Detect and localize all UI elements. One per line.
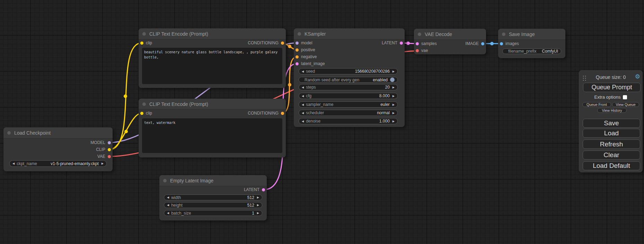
widget-steps[interactable]: ◀steps20▶ — [299, 84, 398, 90]
increment-arrow-icon[interactable]: ▶ — [392, 70, 395, 73]
widget-height[interactable]: ◀height512▶ — [164, 202, 262, 208]
increment-arrow-icon[interactable]: ▶ — [392, 111, 395, 115]
input-dot-conditioning[interactable] — [295, 48, 299, 52]
node-title-label: CLIP Text Encode (Prompt) — [149, 101, 208, 107]
decrement-arrow-icon[interactable]: ◀ — [167, 196, 169, 199]
node-title-bar[interactable]: CLIP Text Encode (Prompt) — [139, 99, 286, 110]
toggle-knob[interactable] — [390, 78, 395, 82]
increment-arrow-icon[interactable]: ▶ — [257, 204, 259, 207]
increment-arrow-icon[interactable]: ▶ — [392, 103, 395, 106]
conditioning-wire-positive-midpoint-dot[interactable] — [288, 45, 291, 48]
output-dot-model[interactable] — [108, 141, 111, 144]
view-history-button[interactable]: View History — [597, 108, 627, 113]
view-queue-button[interactable]: View Queue — [612, 102, 639, 107]
node-canvas[interactable]: Load CheckpointMODELCLIPVAE◀ckpt_namev1-… — [0, 0, 644, 244]
clip-wire-to-positive-prompt-midpoint-dot[interactable] — [124, 94, 127, 98]
node-clip-text-encode-negative[interactable]: CLIP Text Encode (Prompt)clipCONDITIONIN… — [139, 99, 286, 157]
settings-gear-icon[interactable]: ⚙ — [635, 73, 640, 80]
collapse-dot-icon[interactable] — [298, 32, 301, 36]
node-title-bar[interactable]: Save Image — [498, 29, 565, 40]
input-dot-model[interactable] — [295, 42, 299, 45]
increment-arrow-icon[interactable]: ▶ — [392, 94, 395, 98]
output-dot-conditioning[interactable] — [281, 112, 284, 115]
clip-wire-to-negative-prompt-midpoint-dot[interactable] — [124, 130, 128, 133]
widget-scheduler[interactable]: ◀schedulernormal▶ — [299, 110, 398, 116]
collapse-dot-icon[interactable] — [7, 131, 11, 135]
input-dot-latent[interactable] — [416, 42, 419, 45]
input-slot-model: model — [295, 40, 312, 46]
output-dot-vae[interactable] — [108, 155, 111, 158]
queue-prompt-button[interactable]: Queue Prompt — [583, 83, 641, 92]
decrement-arrow-icon[interactable]: ◀ — [167, 211, 169, 215]
node-title-bar[interactable]: Load Checkpoint — [3, 127, 113, 138]
decrement-arrow-icon[interactable]: ◀ — [302, 120, 304, 123]
input-dot-latent[interactable] — [295, 62, 299, 65]
widget-width[interactable]: ◀width512▶ — [164, 195, 262, 200]
node-title-bar[interactable]: Empty Latent Image — [159, 175, 267, 186]
decrement-arrow-icon[interactable]: ◀ — [302, 70, 304, 73]
prompt-textarea[interactable]: beautiful scenery nature glass bottle la… — [142, 48, 282, 84]
output-slot-VAE: VAE — [97, 154, 111, 159]
image-wire-midpoint-dot[interactable] — [490, 42, 494, 45]
output-slot-label: CLIP — [96, 147, 105, 152]
output-slot-LATENT: LATENT — [382, 40, 403, 46]
widget-ckpt_name[interactable]: ◀ckpt_namev1-5-pruned-emaonly.ckpt▶ — [9, 160, 107, 167]
widget-label: width — [171, 195, 181, 200]
widget-batch_size[interactable]: ◀batch_size1▶ — [164, 210, 262, 216]
widget-Random seed after every gen[interactable]: Random seed after every genenabled — [299, 77, 398, 83]
refresh-button[interactable]: Refresh — [583, 139, 640, 149]
output-slot-MODEL: MODEL — [90, 140, 111, 145]
collapse-dot-icon[interactable] — [502, 33, 505, 36]
node-ksampler[interactable]: KSamplermodelpositivenegativelatent_imag… — [294, 28, 405, 127]
node-title-label: Load Checkpoint — [14, 130, 51, 136]
widget-sampler_name[interactable]: ◀sampler_nameeuler▶ — [299, 101, 398, 108]
decrement-arrow-icon[interactable]: ◀ — [302, 86, 304, 89]
output-dot-clip[interactable] — [108, 148, 111, 151]
widget-cfg[interactable]: ◀cfg8.000▶ — [299, 93, 398, 99]
increment-arrow-icon[interactable]: ▶ — [392, 86, 395, 89]
input-dot-clip[interactable] — [140, 42, 143, 45]
load-default-button[interactable]: Load Default — [583, 161, 640, 170]
output-dot-conditioning[interactable] — [281, 42, 284, 45]
queue-front-button[interactable]: Queue Front — [582, 102, 611, 107]
input-dot-conditioning[interactable] — [295, 55, 299, 58]
collapse-dot-icon[interactable] — [142, 102, 146, 106]
extra-options-checkbox[interactable] — [623, 95, 627, 99]
node-title-bar[interactable]: VAE Decode — [414, 29, 486, 40]
increment-arrow-icon[interactable]: ▶ — [392, 120, 395, 123]
node-clip-text-encode-positive[interactable]: CLIP Text Encode (Prompt)clipCONDITIONIN… — [139, 28, 286, 88]
increment-arrow-icon[interactable]: ▶ — [257, 196, 259, 199]
clear-button[interactable]: Clear — [583, 151, 640, 160]
increment-arrow-icon[interactable]: ▶ — [257, 211, 259, 215]
widget-seed[interactable]: ◀seed156680208700286▶ — [299, 68, 398, 74]
collapse-dot-icon[interactable] — [418, 33, 421, 36]
decrement-arrow-icon[interactable]: ◀ — [167, 204, 169, 207]
input-dot-vae[interactable] — [416, 49, 419, 52]
node-load-checkpoint[interactable]: Load CheckpointMODELCLIPVAE◀ckpt_namev1-… — [3, 127, 113, 171]
widget-denoise[interactable]: ◀denoise1.000▶ — [299, 118, 398, 124]
node-save-image[interactable]: Save Imageimagesfilename_prefixComfyUI — [498, 29, 565, 58]
latent-wire-to-samples-midpoint-dot[interactable] — [406, 42, 410, 45]
input-slot-label: negative — [301, 54, 317, 59]
widget-filename_prefix[interactable]: filename_prefixComfyUI — [502, 48, 561, 54]
save-button[interactable]: Save — [583, 119, 640, 128]
input-dot-clip[interactable] — [140, 112, 143, 115]
node-title-bar[interactable]: CLIP Text Encode (Prompt) — [139, 28, 286, 39]
decrement-arrow-icon[interactable]: ◀ — [12, 162, 15, 165]
output-dot-latent[interactable] — [400, 42, 403, 45]
decrement-arrow-icon[interactable]: ◀ — [302, 103, 304, 106]
increment-arrow-icon[interactable]: ▶ — [102, 162, 104, 165]
node-title-bar[interactable]: KSampler — [294, 28, 405, 39]
collapse-dot-icon[interactable] — [142, 32, 146, 36]
decrement-arrow-icon[interactable]: ◀ — [302, 111, 304, 115]
output-dot-image[interactable] — [481, 42, 484, 45]
collapse-dot-icon[interactable] — [163, 179, 167, 182]
conditioning-wire-negative-midpoint-dot[interactable] — [288, 83, 291, 87]
input-dot-image[interactable] — [500, 42, 503, 45]
load-button[interactable]: Load — [583, 129, 640, 138]
decrement-arrow-icon[interactable]: ◀ — [302, 94, 304, 98]
node-vae-decode[interactable]: VAE DecodesamplesvaeIMAGE — [414, 29, 486, 54]
prompt-textarea[interactable]: text, watermark — [142, 118, 282, 153]
output-dot-latent[interactable] — [262, 188, 265, 191]
node-empty-latent-image[interactable]: Empty Latent ImageLATENT◀width512▶◀heigh… — [159, 175, 267, 220]
